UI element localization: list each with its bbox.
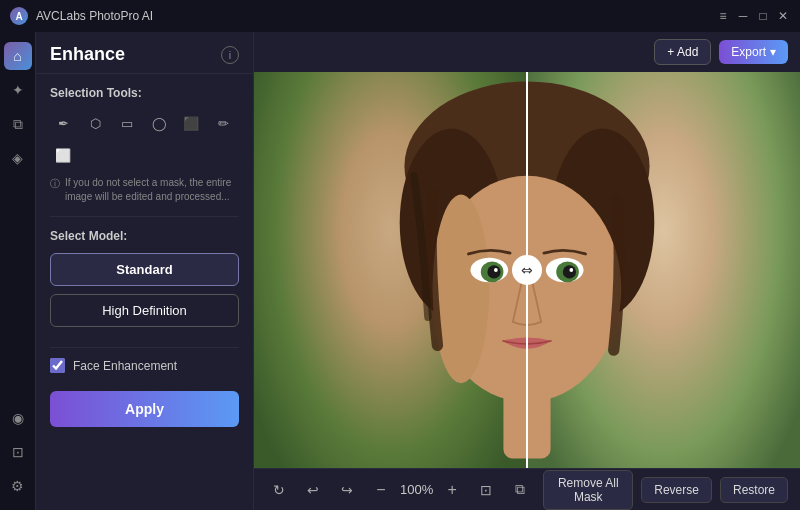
sidebar-item-layers[interactable]: ⧉ xyxy=(4,110,32,138)
canvas-footer: ↻ ↩ ↪ − 100% + ⊡ ⧉ Remove All Mask Rever… xyxy=(254,468,800,510)
icon-sidebar: ⌂ ✦ ⧉ ◈ ◉ ⊡ ⚙ xyxy=(0,32,36,510)
reverse-button[interactable]: Reverse xyxy=(641,477,712,503)
export-button[interactable]: Export ▾ xyxy=(719,40,788,64)
pen-tool[interactable]: ✒ xyxy=(50,110,76,136)
zoom-display: − 100% + xyxy=(368,477,465,503)
hd-model-button[interactable]: High Definition xyxy=(50,294,239,327)
main-content: ⌂ ✦ ⧉ ◈ ◉ ⊡ ⚙ Enhance i Selection Tools:… xyxy=(0,32,800,510)
svg-point-14 xyxy=(569,268,573,272)
apply-button[interactable]: Apply xyxy=(50,391,239,427)
titlebar: A AVCLabs PhotoPro AI ≡ ─ □ ✕ xyxy=(0,0,800,32)
fit-screen-button[interactable]: ⊡ xyxy=(473,477,499,503)
lasso-tool[interactable]: ⬡ xyxy=(82,110,108,136)
sidebar-item-adjust[interactable]: ◈ xyxy=(4,144,32,172)
panel-header: Enhance i xyxy=(36,32,253,74)
sidebar-item-settings[interactable]: ⚙ xyxy=(4,472,32,500)
selection-tools-label: Selection Tools: xyxy=(50,86,239,100)
close-button[interactable]: ✕ xyxy=(776,9,790,23)
svg-point-13 xyxy=(494,268,498,272)
panel: Enhance i Selection Tools: ✒ ⬡ ▭ ◯ ⬛ ✏ ⬜… xyxy=(36,32,254,510)
brush-tool[interactable]: ✏ xyxy=(210,110,236,136)
rect-tool[interactable]: ▭ xyxy=(114,110,140,136)
selection-tools-info-text: If you do not select a mask, the entire … xyxy=(65,176,239,204)
tools-row: ✒ ⬡ ▭ ◯ ⬛ ✏ ⬜ xyxy=(50,110,239,168)
model-label: Select Model: xyxy=(50,229,239,243)
app-icon: A xyxy=(10,7,28,25)
export-arrow-icon: ▾ xyxy=(770,45,776,59)
sidebar-item-home[interactable]: ⌂ xyxy=(4,42,32,70)
refresh-button[interactable]: ↻ xyxy=(266,477,292,503)
restore-button[interactable]: Restore xyxy=(720,477,788,503)
face-enhancement-row: Face Enhancement xyxy=(36,348,253,383)
minimize-button[interactable]: ─ xyxy=(736,9,750,23)
image-container: ⇔ xyxy=(254,72,800,468)
undo-button[interactable]: ↩ xyxy=(300,477,326,503)
svg-point-12 xyxy=(563,265,576,278)
svg-point-11 xyxy=(487,265,500,278)
menu-icon[interactable]: ≡ xyxy=(716,9,730,23)
ellipse-tool[interactable]: ◯ xyxy=(146,110,172,136)
svg-point-5 xyxy=(433,195,490,384)
split-handle[interactable]: ⇔ xyxy=(512,255,542,285)
canvas-area: + Add Export ▾ xyxy=(254,32,800,510)
face-enhancement-label: Face Enhancement xyxy=(73,359,177,373)
standard-model-button[interactable]: Standard xyxy=(50,253,239,286)
model-section: Select Model: Standard High Definition xyxy=(36,217,253,347)
selection-tools-section: Selection Tools: ✒ ⬡ ▭ ◯ ⬛ ✏ ⬜ ⓘ If you … xyxy=(36,74,253,216)
redo-button[interactable]: ↪ xyxy=(334,477,360,503)
photo-display: ⇔ xyxy=(254,72,800,468)
footer-right: Remove All Mask Reverse Restore xyxy=(543,470,788,510)
sidebar-item-crop[interactable]: ⊡ xyxy=(4,438,32,466)
sidebar-item-effects[interactable]: ◉ xyxy=(4,404,32,432)
remove-all-mask-button[interactable]: Remove All Mask xyxy=(543,470,633,510)
canvas-header: + Add Export ▾ xyxy=(254,32,800,72)
add-button[interactable]: + Add xyxy=(654,39,711,65)
panel-title: Enhance xyxy=(50,44,125,65)
sidebar-item-wand[interactable]: ✦ xyxy=(4,76,32,104)
window-controls: ≡ ─ □ ✕ xyxy=(716,9,790,23)
maximize-button[interactable]: □ xyxy=(756,9,770,23)
image-mask-tool[interactable]: ⬛ xyxy=(178,110,204,136)
titlebar-left: A AVCLabs PhotoPro AI xyxy=(10,7,153,25)
zoom-out-button[interactable]: − xyxy=(368,477,394,503)
app-title: AVCLabs PhotoPro AI xyxy=(36,9,153,23)
selection-tools-info: ⓘ If you do not select a mask, the entir… xyxy=(50,176,239,204)
info-circle-icon: ⓘ xyxy=(50,177,60,191)
eraser-tool[interactable]: ⬜ xyxy=(50,142,76,168)
footer-left: ↻ ↩ ↪ − 100% + ⊡ ⧉ xyxy=(266,477,533,503)
face-enhancement-checkbox[interactable] xyxy=(50,358,65,373)
export-label: Export xyxy=(731,45,766,59)
zoom-value: 100% xyxy=(400,482,433,497)
info-icon[interactable]: i xyxy=(221,46,239,64)
compare-button[interactable]: ⧉ xyxy=(507,477,533,503)
zoom-in-button[interactable]: + xyxy=(439,477,465,503)
